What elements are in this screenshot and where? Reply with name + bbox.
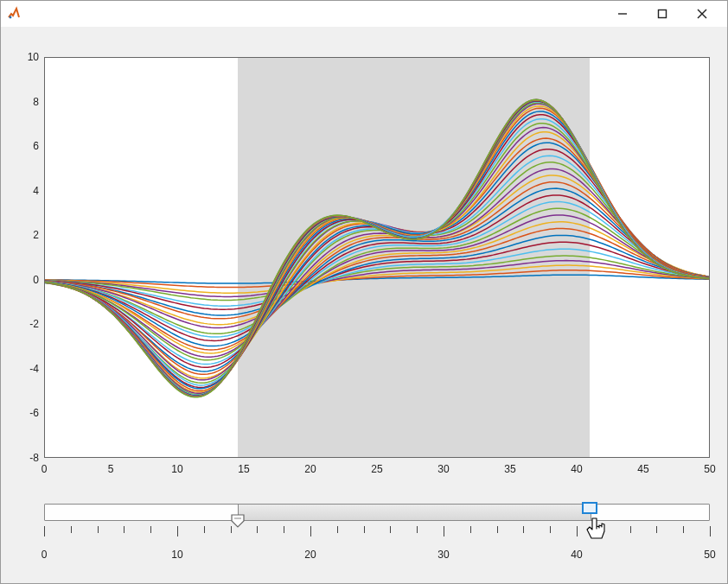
minimize-button[interactable] (603, 1, 642, 27)
axes-container: -8-6-4-20246810 05101520253035404550 (14, 53, 714, 484)
series-s18 (45, 168, 709, 357)
series-s1 (45, 275, 709, 283)
svg-rect-2 (659, 10, 667, 18)
series-s20 (45, 156, 709, 364)
range-labels: 01020304050 (44, 549, 710, 564)
svg-rect-6 (583, 503, 597, 513)
titlebar[interactable] (1, 1, 727, 28)
range-ticks (44, 526, 710, 542)
line-plot (45, 58, 709, 457)
maximize-button[interactable] (642, 1, 682, 27)
series-s40 (45, 99, 709, 397)
y-axis-ticks: -8-6-4-20246810 (14, 57, 44, 458)
matlab-icon (6, 6, 22, 22)
series-s22 (45, 143, 709, 371)
axes[interactable] (44, 57, 710, 458)
figure-window: -8-6-4-20246810 05101520253035404550 010… (0, 0, 728, 584)
range-handle-high[interactable] (582, 502, 597, 514)
range-track[interactable] (44, 504, 710, 521)
x-axis-ticks: 05101520253035404550 (44, 458, 710, 484)
range-selection[interactable] (238, 505, 591, 520)
close-button[interactable] (682, 1, 722, 27)
svg-point-0 (10, 16, 12, 19)
range-slider[interactable]: 01020304050 (44, 504, 710, 566)
